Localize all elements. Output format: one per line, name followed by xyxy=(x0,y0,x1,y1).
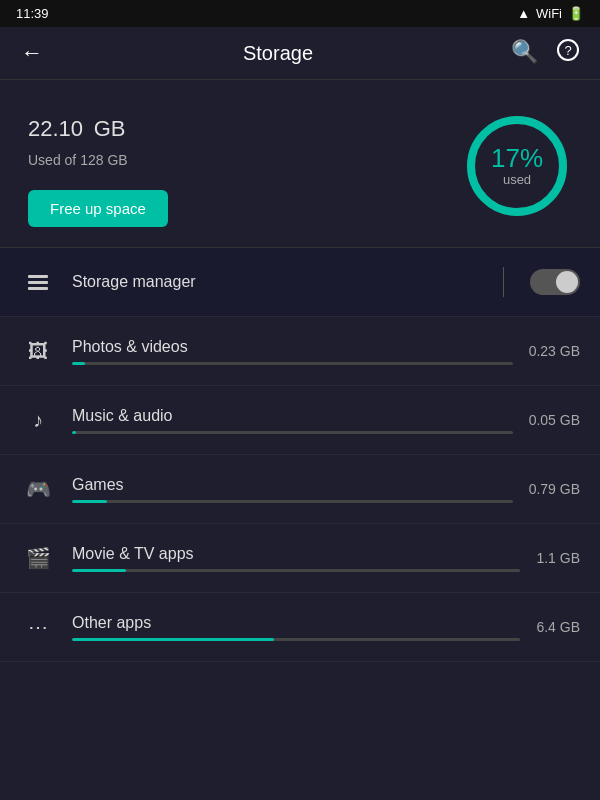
item-content-photos-videos: Photos & videos xyxy=(72,338,513,365)
help-button[interactable]: ? xyxy=(552,39,584,67)
item-label-photos-videos: Photos & videos xyxy=(72,338,513,356)
item-bar-music-audio xyxy=(72,431,513,434)
svg-rect-6 xyxy=(28,287,48,290)
svg-rect-5 xyxy=(28,281,48,284)
svg-text:?: ? xyxy=(564,43,571,58)
item-size-photos-videos: 0.23 GB xyxy=(529,343,580,359)
storage-info: 22.10 GB Used of 128 GB Free up space xyxy=(28,104,168,227)
back-button[interactable]: ← xyxy=(16,40,48,66)
item-label-music-audio: Music & audio xyxy=(72,407,513,425)
page-title: Storage xyxy=(48,42,508,65)
item-icon-other-apps: ⋯ xyxy=(20,609,56,645)
item-content-games: Games xyxy=(72,476,513,503)
list-item-other-apps[interactable]: ⋯ Other apps 6.4 GB xyxy=(0,593,600,662)
storage-percent-label: used xyxy=(491,172,543,187)
item-bar-fill-games xyxy=(72,500,107,503)
item-label-games: Games xyxy=(72,476,513,494)
item-bar-fill-movie-tv-apps xyxy=(72,569,126,572)
storage-used-of: Used of 128 GB xyxy=(28,152,168,168)
item-bar-fill-music-audio xyxy=(72,431,76,434)
item-bar-games xyxy=(72,500,513,503)
header-actions: 🔍 ? xyxy=(508,39,584,67)
signal-icon: ▲ xyxy=(517,6,530,21)
item-bar-photos-videos xyxy=(72,362,513,365)
item-size-music-audio: 0.05 GB xyxy=(529,412,580,428)
item-content-other-apps: Other apps xyxy=(72,614,520,641)
storage-manager-label: Storage manager xyxy=(72,273,477,291)
status-bar: 11:39 ▲ WiFi 🔋 xyxy=(0,0,600,27)
list-item-photos-videos[interactable]: 🖼 Photos & videos 0.23 GB xyxy=(0,317,600,386)
item-bar-other-apps xyxy=(72,638,520,641)
storage-manager-toggle[interactable] xyxy=(530,269,580,295)
list-item-movie-tv-apps[interactable]: 🎬 Movie & TV apps 1.1 GB xyxy=(0,524,600,593)
item-content-movie-tv-apps: Movie & TV apps xyxy=(72,545,520,572)
storage-list: 🖼 Photos & videos 0.23 GB ♪ Music & audi… xyxy=(0,317,600,800)
free-up-space-button[interactable]: Free up space xyxy=(28,190,168,227)
item-bar-fill-other-apps xyxy=(72,638,274,641)
item-content-music-audio: Music & audio xyxy=(72,407,513,434)
item-label-movie-tv-apps: Movie & TV apps xyxy=(72,545,520,563)
divider-vertical xyxy=(503,267,504,297)
search-button[interactable]: 🔍 xyxy=(508,39,540,67)
svg-rect-4 xyxy=(28,275,48,278)
storage-manager-icon xyxy=(20,264,56,300)
storage-manager-row[interactable]: Storage manager xyxy=(0,248,600,317)
storage-summary: 22.10 GB Used of 128 GB Free up space 17… xyxy=(0,80,600,248)
wifi-icon: WiFi xyxy=(536,6,562,21)
battery-icon: 🔋 xyxy=(568,6,584,21)
item-icon-games: 🎮 xyxy=(20,471,56,507)
item-icon-movie-tv-apps: 🎬 xyxy=(20,540,56,576)
status-icons: ▲ WiFi 🔋 xyxy=(517,6,584,21)
item-bar-movie-tv-apps xyxy=(72,569,520,572)
header: ← Storage 🔍 ? xyxy=(0,27,600,80)
storage-percent: 17% xyxy=(491,144,543,173)
toggle-thumb xyxy=(556,271,578,293)
item-bar-fill-photos-videos xyxy=(72,362,85,365)
list-item-music-audio[interactable]: ♪ Music & audio 0.05 GB xyxy=(0,386,600,455)
item-size-movie-tv-apps: 1.1 GB xyxy=(536,550,580,566)
item-size-games: 0.79 GB xyxy=(529,481,580,497)
item-label-other-apps: Other apps xyxy=(72,614,520,632)
storage-circle: 17% used xyxy=(462,111,572,221)
list-item-games[interactable]: 🎮 Games 0.79 GB xyxy=(0,455,600,524)
item-icon-photos-videos: 🖼 xyxy=(20,333,56,369)
storage-amount: 22.10 GB xyxy=(28,104,168,142)
status-time: 11:39 xyxy=(16,6,49,21)
item-icon-music-audio: ♪ xyxy=(20,402,56,438)
item-size-other-apps: 6.4 GB xyxy=(536,619,580,635)
